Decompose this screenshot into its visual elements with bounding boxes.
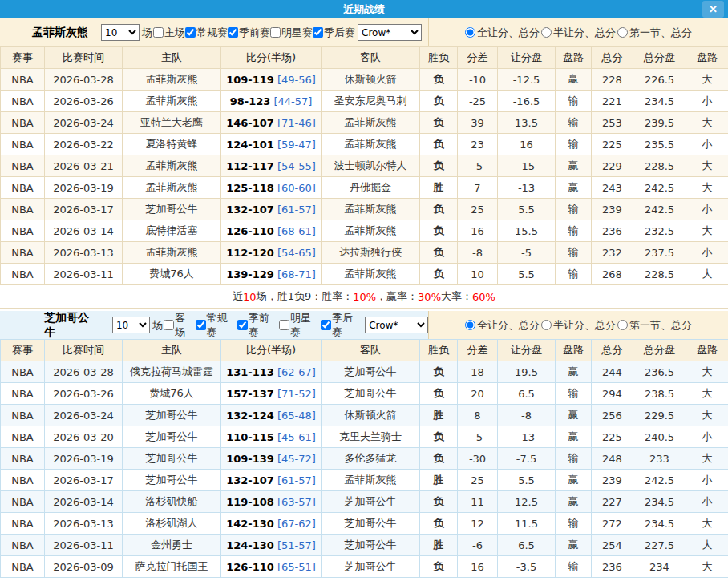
cell-over-under: 大 [686,112,728,134]
column-header: 主队 [123,340,221,361]
cell-result: 负 [420,199,458,220]
radio-半让分、总分[interactable]: 半让分、总分 [541,318,616,333]
radio-第一节、总分[interactable]: 第一节、总分 [617,26,692,40]
cell-date: 2026-03-11 [45,264,123,285]
radios-1: 全让分、总分半让分、总分第一节、总分 [464,318,693,333]
radio-第一节、总分[interactable]: 第一节、总分 [617,318,692,333]
cell-handicap-line: -13 [498,177,556,199]
radio-半让分、总分[interactable]: 半让分、总分 [541,26,616,40]
cell-handicap-result: 输 [556,513,592,535]
filter-季前赛[interactable]: 季前赛 [228,26,270,40]
filter-checkbox[interactable] [185,27,196,38]
cell-total-points: 248 [592,448,633,470]
half-score: [65-48] [277,410,316,422]
table-row: NBA2026-03-26孟菲斯灰熊98-123 [44-57]圣安东尼奥马刺负… [1,91,728,112]
cell-total-points: 256 [592,405,633,426]
filter-checkbox[interactable] [237,320,248,330]
filter-checkbox[interactable] [270,27,281,38]
filter-checkbox[interactable] [321,320,331,330]
filter-checkbox[interactable] [153,27,164,38]
cell-handicap-result: 赢 [556,155,592,177]
table-row: NBA2026-03-20芝加哥公牛110-115 [45-61]克里夫兰骑士负… [1,426,728,448]
bulls-team-name: 芝加哥公牛 [44,311,99,340]
radio-input[interactable] [541,27,552,38]
filter-checkbox[interactable] [164,320,174,330]
summary-text: 10 [243,291,257,303]
half-score: [54-55] [277,160,316,172]
filter-季前赛[interactable]: 季前赛 [237,311,279,340]
radio-input[interactable] [617,320,628,330]
cell-handicap-line: 5.5 [498,264,556,285]
radio-input[interactable] [465,27,475,38]
cell-point-diff: 11 [458,491,498,513]
cell-result: 负 [420,155,458,177]
cell-result: 负 [420,513,458,535]
cell-date: 2026-03-19 [45,177,123,199]
radio-input[interactable] [541,320,552,330]
dialog-title: 近期战绩 [343,3,385,15]
cell-total-points: 229 [592,155,633,177]
filter-客场[interactable]: 客场 [164,311,195,340]
cell-point-diff: 25 [458,470,498,491]
cell-total-points: 294 [592,383,633,405]
grizzlies-count-select[interactable]: 10 [101,24,140,41]
cell-total-line: 232.5 [633,220,686,242]
cell-total-points: 232 [592,242,633,264]
filter-明星赛[interactable]: 明星赛 [279,311,321,340]
cell-handicap-line: -15 [498,155,556,177]
cell-handicap-result: 赢 [556,491,592,513]
cell-result: 负 [420,220,458,242]
cell-score: 124-130 [51-57] [221,535,322,556]
filter-checkbox[interactable] [228,27,238,38]
cell-score: 126-110 [65-51] [221,556,322,578]
radio-input[interactable] [617,27,628,38]
full-score: 112-120 [226,247,274,259]
cell-handicap-result: 赢 [556,470,592,491]
cell-point-diff: 12 [458,513,498,535]
filter-label: 季前赛 [249,311,279,340]
bulls-count-select[interactable]: 10 [112,317,150,333]
filter-常规赛[interactable]: 常规赛 [196,311,237,340]
radio-全让分、总分[interactable]: 全让分、总分 [465,318,540,333]
cell-league: NBA [1,242,45,264]
column-header: 比分(半场) [221,47,322,69]
filter-明星赛[interactable]: 明星赛 [270,26,313,40]
cell-total-points: 225 [592,134,633,155]
thead-row-0: 赛事比赛时间主队比分(半场)客队胜负分差让分盘盘路总分总分盘盘路 [1,47,728,69]
filter-季后赛[interactable]: 季后赛 [321,311,362,340]
cell-total-line: 228.5 [633,155,686,177]
cell-league: NBA [1,177,45,199]
cell-total-line: 239.5 [633,112,686,134]
grizzlies-source-select[interactable]: Crow* [358,24,422,41]
cell-over-under: 大 [686,177,728,199]
cell-home-team: 洛杉矶快船 [123,491,221,513]
cell-home-team: 费城76人 [123,383,221,405]
filter-checkbox[interactable] [196,320,206,330]
filter-主场[interactable]: 主场 [153,26,185,40]
cell-over-under: 大 [686,155,728,177]
column-header: 让分盘 [498,47,556,69]
cell-date: 2026-03-26 [45,383,123,405]
cell-over-under: 小 [686,242,728,264]
cell-home-team: 金州勇士 [123,535,221,556]
filter-常规赛[interactable]: 常规赛 [185,26,228,40]
column-header: 比赛时间 [45,340,123,361]
radio-input[interactable] [465,320,475,330]
close-icon[interactable]: ✕ [702,1,724,18]
cell-result: 负 [420,112,458,134]
cell-away-team: 丹佛掘金 [322,177,420,199]
cell-total-points: 244 [592,361,633,383]
filter-checkbox[interactable] [279,320,289,330]
bulls-source-select[interactable]: Crow* [365,317,428,333]
cell-home-team: 孟菲斯灰熊 [123,91,221,112]
cell-date: 2026-03-09 [45,556,123,578]
filter-季后赛[interactable]: 季后赛 [313,26,355,40]
cell-home-team: 孟菲斯灰熊 [123,69,221,91]
dialog-titlebar: 近期战绩 ✕ [0,0,728,18]
cell-home-team: 芝加哥公牛 [123,199,221,220]
cell-away-team: 达拉斯独行侠 [322,242,420,264]
radio-全让分、总分[interactable]: 全让分、总分 [465,26,540,40]
cell-away-team: 孟菲斯灰熊 [322,134,420,155]
filter-checkbox[interactable] [313,27,323,38]
half-score: [54-65] [277,247,316,259]
